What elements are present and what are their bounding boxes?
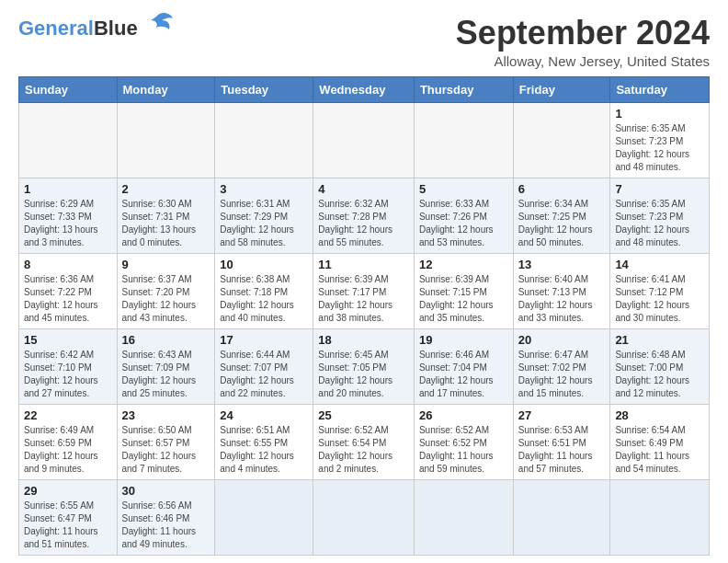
day-info: Sunrise: 6:46 AMSunset: 7:04 PMDaylight:…	[419, 349, 508, 400]
day-info: Sunrise: 6:33 AMSunset: 7:26 PMDaylight:…	[419, 198, 508, 249]
day-info: Sunrise: 6:35 AMSunset: 7:23 PMDaylight:…	[615, 122, 704, 174]
page-container: GeneralBlue September 2024 Alloway, New …	[0, 0, 728, 563]
day-info: Sunrise: 6:32 AMSunset: 7:28 PMDaylight:…	[318, 198, 409, 249]
day-info: Sunrise: 6:44 AMSunset: 7:07 PMDaylight:…	[220, 349, 308, 400]
table-row	[414, 479, 513, 555]
calendar-header-row: Sunday Monday Tuesday Wednesday Thursday…	[19, 76, 710, 102]
table-row: 17Sunrise: 6:44 AMSunset: 7:07 PMDayligh…	[215, 328, 313, 404]
table-row	[610, 479, 710, 555]
logo-text2: Blue	[94, 17, 138, 40]
table-row: 25Sunrise: 6:52 AMSunset: 6:54 PMDayligh…	[313, 404, 415, 479]
day-number: 27	[518, 408, 606, 422]
day-info: Sunrise: 6:49 AMSunset: 6:59 PMDaylight:…	[24, 424, 112, 476]
table-row: 7Sunrise: 6:35 AMSunset: 7:23 PMDaylight…	[610, 178, 710, 253]
day-number: 17	[220, 333, 308, 347]
header-tuesday: Tuesday	[215, 76, 313, 102]
day-info: Sunrise: 6:45 AMSunset: 7:05 PMDaylight:…	[318, 349, 409, 400]
table-row: 8Sunrise: 6:36 AMSunset: 7:22 PMDaylight…	[19, 253, 118, 328]
logo-bird-icon	[142, 11, 175, 42]
day-info: Sunrise: 6:30 AMSunset: 7:31 PMDaylight:…	[122, 198, 210, 249]
day-info: Sunrise: 6:48 AMSunset: 7:00 PMDaylight:…	[615, 349, 704, 400]
day-info: Sunrise: 6:52 AMSunset: 6:52 PMDaylight:…	[419, 424, 508, 476]
month-title: September 2024	[456, 15, 710, 52]
day-info: Sunrise: 6:50 AMSunset: 6:57 PMDaylight:…	[122, 424, 210, 476]
table-row	[414, 102, 513, 178]
day-info: Sunrise: 6:55 AMSunset: 6:47 PMDaylight:…	[24, 500, 112, 551]
table-row: 29Sunrise: 6:55 AMSunset: 6:47 PMDayligh…	[19, 479, 118, 555]
day-number: 4	[318, 182, 409, 196]
table-row: 21Sunrise: 6:48 AMSunset: 7:00 PMDayligh…	[610, 328, 710, 404]
day-info: Sunrise: 6:39 AMSunset: 7:17 PMDaylight:…	[318, 273, 409, 325]
table-row: 10Sunrise: 6:38 AMSunset: 7:18 PMDayligh…	[215, 253, 313, 328]
table-row: 20Sunrise: 6:47 AMSunset: 7:02 PMDayligh…	[513, 328, 610, 404]
day-number: 29	[24, 484, 112, 498]
table-row: 6Sunrise: 6:34 AMSunset: 7:25 PMDaylight…	[513, 178, 610, 253]
table-row	[117, 102, 215, 178]
day-number: 23	[122, 408, 210, 422]
day-info: Sunrise: 6:47 AMSunset: 7:02 PMDaylight:…	[518, 349, 606, 400]
table-row	[19, 102, 118, 178]
header: GeneralBlue September 2024 Alloway, New …	[18, 15, 710, 69]
header-thursday: Thursday	[414, 76, 513, 102]
header-monday: Monday	[117, 76, 215, 102]
calendar-table: Sunday Monday Tuesday Wednesday Thursday…	[18, 76, 710, 556]
calendar-week-row: 15Sunrise: 6:42 AMSunset: 7:10 PMDayligh…	[19, 328, 710, 404]
day-number: 14	[615, 258, 704, 271]
calendar-week-row: 8Sunrise: 6:36 AMSunset: 7:22 PMDaylight…	[19, 253, 710, 328]
table-row: 28Sunrise: 6:54 AMSunset: 6:49 PMDayligh…	[610, 404, 710, 479]
calendar-week-row: 22Sunrise: 6:49 AMSunset: 6:59 PMDayligh…	[19, 404, 710, 479]
table-row: 12Sunrise: 6:39 AMSunset: 7:15 PMDayligh…	[414, 253, 513, 328]
day-number: 22	[24, 408, 112, 422]
day-number: 16	[122, 333, 210, 347]
day-number: 7	[615, 182, 704, 196]
day-number: 20	[518, 333, 606, 347]
table-row: 3Sunrise: 6:31 AMSunset: 7:29 PMDaylight…	[215, 178, 313, 253]
header-friday: Friday	[513, 76, 610, 102]
table-row	[313, 102, 415, 178]
day-info: Sunrise: 6:53 AMSunset: 6:51 PMDaylight:…	[518, 424, 606, 476]
day-number: 2	[122, 182, 210, 196]
day-info: Sunrise: 6:35 AMSunset: 7:23 PMDaylight:…	[615, 198, 704, 249]
day-info: Sunrise: 6:40 AMSunset: 7:13 PMDaylight:…	[518, 273, 606, 325]
logo: GeneralBlue	[18, 15, 175, 42]
table-row: 13Sunrise: 6:40 AMSunset: 7:13 PMDayligh…	[513, 253, 610, 328]
day-info: Sunrise: 6:31 AMSunset: 7:29 PMDaylight:…	[220, 198, 308, 249]
table-row: 16Sunrise: 6:43 AMSunset: 7:09 PMDayligh…	[117, 328, 215, 404]
logo-text1: General	[18, 17, 94, 40]
day-info: Sunrise: 6:41 AMSunset: 7:12 PMDaylight:…	[615, 273, 704, 325]
table-row: 24Sunrise: 6:51 AMSunset: 6:55 PMDayligh…	[215, 404, 313, 479]
table-row	[513, 479, 610, 555]
calendar-week-row: 1Sunrise: 6:29 AMSunset: 7:33 PMDaylight…	[19, 178, 710, 253]
day-info: Sunrise: 6:42 AMSunset: 7:10 PMDaylight:…	[24, 349, 112, 400]
day-number: 13	[518, 258, 606, 271]
day-number: 11	[318, 258, 409, 271]
day-number: 24	[220, 408, 308, 422]
day-number: 1	[24, 182, 112, 196]
day-number: 9	[122, 258, 210, 271]
table-row: 5Sunrise: 6:33 AMSunset: 7:26 PMDaylight…	[414, 178, 513, 253]
day-number: 5	[419, 182, 508, 196]
day-info: Sunrise: 6:39 AMSunset: 7:15 PMDaylight:…	[419, 273, 508, 325]
day-info: Sunrise: 6:36 AMSunset: 7:22 PMDaylight:…	[24, 273, 112, 325]
day-info: Sunrise: 6:56 AMSunset: 6:46 PMDaylight:…	[122, 500, 210, 551]
day-number: 21	[615, 333, 704, 347]
table-row: 4Sunrise: 6:32 AMSunset: 7:28 PMDaylight…	[313, 178, 415, 253]
table-row	[513, 102, 610, 178]
day-number: 19	[419, 333, 508, 347]
table-row: 1Sunrise: 6:29 AMSunset: 7:33 PMDaylight…	[19, 178, 118, 253]
day-info: Sunrise: 6:51 AMSunset: 6:55 PMDaylight:…	[220, 424, 308, 476]
table-row: 19Sunrise: 6:46 AMSunset: 7:04 PMDayligh…	[414, 328, 513, 404]
table-row: 14Sunrise: 6:41 AMSunset: 7:12 PMDayligh…	[610, 253, 710, 328]
day-number: 6	[518, 182, 606, 196]
table-row	[215, 102, 313, 178]
table-row: 9Sunrise: 6:37 AMSunset: 7:20 PMDaylight…	[117, 253, 215, 328]
day-number: 3	[220, 182, 308, 196]
table-row	[313, 479, 415, 555]
day-number: 1	[615, 107, 704, 121]
title-area: September 2024 Alloway, New Jersey, Unit…	[456, 15, 710, 69]
header-sunday: Sunday	[19, 76, 118, 102]
day-number: 18	[318, 333, 409, 347]
day-number: 30	[122, 484, 210, 498]
day-info: Sunrise: 6:34 AMSunset: 7:25 PMDaylight:…	[518, 198, 606, 249]
header-wednesday: Wednesday	[313, 76, 415, 102]
